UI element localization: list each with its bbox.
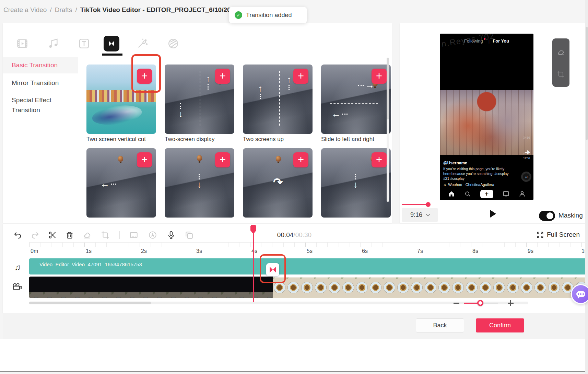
support-chat-button[interactable]: [571, 284, 588, 304]
sidebar-item-mirror-transition[interactable]: Mirror Transition: [12, 79, 59, 87]
audio-waveform-line: [29, 267, 585, 267]
sidebar-item-special-effect-transition[interactable]: Special Effect Transition: [12, 95, 66, 115]
masking-toggle[interactable]: [539, 211, 555, 221]
playhead-handle[interactable]: [250, 225, 256, 234]
arrow-up-icon: ↑: [258, 84, 263, 100]
grid-scrollbar-thumb[interactable]: [387, 58, 389, 119]
search-icon[interactable]: [464, 190, 471, 197]
add-transition-button[interactable]: +: [293, 69, 308, 84]
tab-filters[interactable]: [167, 38, 179, 49]
share-count: 1256: [523, 156, 530, 160]
clip-thumbnail-strip: [29, 292, 273, 298]
footer-bar: Back Confirm: [3, 313, 585, 339]
microphone-icon[interactable]: [167, 231, 176, 239]
aspect-ratio-value: 9:16: [410, 211, 422, 219]
grid-scrollbar-track[interactable]: [387, 58, 389, 202]
editor-left-panel: Basic Transition Mirror Transition Speci…: [3, 23, 392, 223]
cut-icon[interactable]: [48, 231, 57, 239]
caption-line: #21 #cosplay: [443, 176, 464, 180]
confirm-button[interactable]: Confirm: [476, 318, 524, 332]
for-you-tab[interactable]: For You: [493, 38, 509, 44]
spinning-record-icon[interactable]: ♫: [521, 172, 531, 182]
duplicate-icon[interactable]: [185, 231, 193, 239]
breadcrumb-drafts[interactable]: Drafts: [55, 6, 72, 14]
undo-icon[interactable]: [13, 231, 22, 239]
create-video-icon[interactable]: +: [480, 190, 493, 198]
following-tab[interactable]: Following: [464, 38, 483, 44]
transition-tile[interactable]: ↓ +: [165, 148, 234, 218]
eraser-icon[interactable]: [557, 48, 565, 56]
chevron-down-icon: [426, 212, 430, 217]
ruler-label: 10: [581, 248, 585, 254]
transition-tile[interactable]: ← +: [86, 148, 156, 218]
auto-caption-icon[interactable]: [148, 231, 157, 239]
aspect-ratio-dropdown[interactable]: 9:16: [402, 208, 438, 222]
tile-label: Two-screen display: [165, 136, 215, 143]
tile-label: Two screen vertical cut: [86, 136, 146, 143]
eraser-icon[interactable]: [83, 231, 92, 239]
tab-audio[interactable]: [47, 38, 59, 49]
tab-video[interactable]: [16, 38, 28, 49]
window-bottom-edge: [0, 371, 588, 372]
play-button[interactable]: [490, 210, 496, 218]
app-window: Create a Video / Drafts / TikTok Video E…: [0, 0, 588, 374]
tab-text[interactable]: [78, 38, 90, 49]
profile-icon[interactable]: [519, 190, 526, 197]
redo-icon[interactable]: [31, 231, 39, 239]
add-transition-button[interactable]: +: [215, 69, 230, 84]
transition-tile-two-screen-display[interactable]: ↑ ↓ +: [165, 65, 234, 134]
add-transition-button[interactable]: +: [137, 152, 152, 167]
check-icon: ✓: [235, 11, 242, 19]
page-scrollbar-track[interactable]: [585, 0, 588, 374]
balloon-decoration: [118, 156, 123, 162]
add-transition-button[interactable]: +: [372, 69, 387, 84]
playhead-line[interactable]: [253, 226, 254, 302]
tiktok-bottom-nav: +: [440, 188, 533, 200]
divider-dashed-line: [330, 103, 378, 104]
preview-progress-knob[interactable]: [426, 202, 431, 207]
timeline-scrollbar-thumb[interactable]: [29, 302, 151, 304]
bottom-spacer: [0, 339, 588, 371]
arrow-down-icon: ↓: [353, 173, 358, 189]
add-transition-button[interactable]: +: [215, 152, 230, 167]
breadcrumb-create-a-video[interactable]: Create a Video: [3, 6, 47, 14]
timeline-ruler[interactable]: 0m 1s 2s 3s 4s 5s 6s 7s 8s 9s 10: [29, 242, 585, 257]
video-clip-1[interactable]: [29, 277, 273, 298]
music-row[interactable]: ♫ Woohoo - ChristinaAguilera: [443, 183, 494, 187]
tab-transition[interactable]: [104, 36, 119, 51]
username-text[interactable]: @Username: [443, 161, 467, 165]
subtitle-icon[interactable]: [129, 231, 138, 239]
transition-tile[interactable]: ↓ +: [321, 148, 391, 218]
ruler-label: 6s: [362, 248, 368, 254]
chat-bubble-icon: [576, 291, 585, 297]
timecode-total: /00:30: [293, 231, 311, 238]
add-transition-button[interactable]: +: [372, 152, 387, 167]
zoom-out-button[interactable]: [454, 303, 459, 304]
video-clip-2[interactable]: [273, 277, 585, 298]
fullscreen-button[interactable]: Full Screen: [537, 231, 580, 238]
arrow-up-icon: ↑: [287, 75, 292, 91]
bowtie-transition-icon: [107, 39, 116, 48]
zoom-slider-knob[interactable]: [477, 300, 483, 306]
crop-icon[interactable]: [557, 70, 565, 78]
ruler-label: 5s: [307, 248, 313, 254]
delete-icon[interactable]: [65, 231, 74, 239]
toast-transition-added: ✓ Transition added: [229, 7, 307, 23]
zoom-in-button[interactable]: [508, 300, 514, 306]
sidebar-item-basic-transition[interactable]: Basic Transition: [12, 61, 58, 69]
transition-tile-two-screens-up[interactable]: ↑ ↑ +: [243, 65, 313, 134]
share-icon[interactable]: [522, 149, 531, 156]
crop-icon[interactable]: [101, 231, 110, 239]
add-transition-button[interactable]: +: [293, 152, 308, 167]
transition-tile-slide-left-right[interactable]: → ← +: [321, 65, 391, 134]
home-icon[interactable]: [448, 190, 455, 197]
inbox-icon[interactable]: [503, 190, 509, 197]
tab-effects[interactable]: [137, 38, 148, 49]
back-button[interactable]: Back: [416, 318, 464, 332]
video-preview[interactable]: n.Reyes 702 Following | For You 3456 125…: [440, 34, 533, 200]
caption-line: here because you're searching: #cosplay: [443, 172, 509, 176]
page-scrollbar-thumb[interactable]: [586, 27, 588, 140]
video-track-icon: [12, 282, 22, 291]
audio-clip[interactable]: Video_Editor_Video_47091_1653478615753: [29, 258, 585, 274]
transition-tile[interactable]: ↷ +: [243, 148, 313, 218]
